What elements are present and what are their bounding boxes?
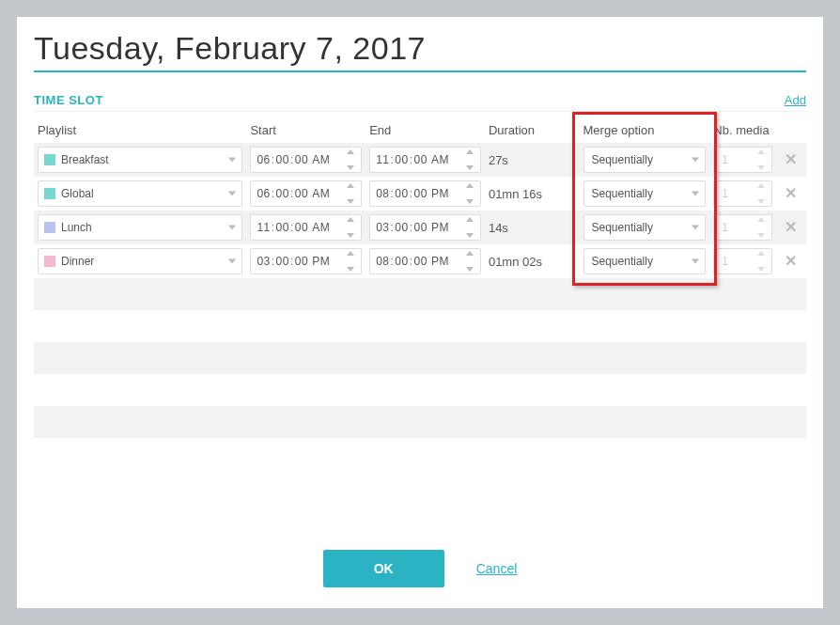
- chevron-down-icon: [228, 158, 236, 163]
- media-value: 1: [722, 221, 728, 234]
- spinner-icon[interactable]: [347, 183, 358, 204]
- merge-select[interactable]: Sequentially: [583, 214, 707, 241]
- empty-row: [34, 374, 806, 406]
- media-count-input[interactable]: 1: [713, 147, 771, 173]
- playlist-select[interactable]: Breakfast: [38, 147, 242, 173]
- duration-text: 14s: [489, 221, 508, 235]
- media-count-input[interactable]: 1: [713, 180, 771, 207]
- playlist-select[interactable]: Dinner: [38, 248, 242, 274]
- table-row: Breakfast 06: 00: 00 AM 11: 00: 00 AM 27…: [34, 143, 806, 177]
- spinner-icon[interactable]: [466, 183, 477, 204]
- spinner-icon[interactable]: [757, 251, 769, 272]
- delete-row-button[interactable]: ✕: [780, 220, 802, 235]
- col-header-merge: Merge option: [580, 117, 710, 143]
- start-time-input[interactable]: 06: 00: 00 AM: [250, 147, 362, 173]
- chevron-down-icon: [228, 192, 236, 196]
- media-count-input[interactable]: 1: [713, 214, 771, 241]
- playlist-select[interactable]: Global: [38, 180, 242, 207]
- merge-value: Sequentially: [592, 221, 653, 234]
- spinner-icon[interactable]: [347, 251, 358, 272]
- merge-value: Sequentially: [592, 187, 653, 200]
- ok-button[interactable]: OK: [323, 550, 444, 587]
- empty-row: [34, 310, 806, 342]
- add-link[interactable]: Add: [785, 93, 806, 107]
- chevron-down-icon: [692, 192, 699, 196]
- playlist-name: Dinner: [61, 255, 94, 268]
- playlist-name: Global: [61, 187, 94, 200]
- table-row: Dinner 03: 00: 00 PM 08: 00: 00 PM 01mn …: [34, 244, 806, 278]
- media-value: 1: [722, 255, 728, 268]
- playlist-select[interactable]: Lunch: [38, 214, 242, 241]
- dialog-footer: OK Cancel: [17, 550, 823, 587]
- playlist-color-swatch: [44, 256, 55, 267]
- playlist-name: Lunch: [61, 221, 92, 234]
- merge-select[interactable]: Sequentially: [583, 248, 707, 274]
- end-time-input[interactable]: 11: 00: 00 AM: [369, 147, 481, 173]
- chevron-down-icon: [692, 259, 699, 264]
- media-value: 1: [722, 187, 728, 200]
- start-time-input[interactable]: 03: 00: 00 PM: [250, 248, 362, 274]
- playlist-color-swatch: [44, 188, 55, 199]
- table-row: Lunch 11: 00: 00 AM 03: 00: 00 PM 14s Se…: [34, 211, 806, 244]
- dialog-panel: Tuesday, February 7, 2017 TIME SLOT Add …: [17, 17, 823, 608]
- spinner-icon[interactable]: [347, 149, 358, 170]
- merge-select[interactable]: Sequentially: [583, 180, 707, 207]
- col-header-start: Start: [246, 117, 366, 143]
- chevron-down-icon: [228, 226, 236, 230]
- end-time-input[interactable]: 03: 00: 00 PM: [369, 214, 481, 241]
- timeslot-table: Playlist Start End Duration Merge option…: [34, 117, 806, 438]
- spinner-icon[interactable]: [757, 149, 769, 170]
- spinner-icon[interactable]: [757, 217, 769, 238]
- section-label: TIME SLOT: [34, 93, 103, 107]
- spinner-icon[interactable]: [347, 217, 358, 238]
- title-divider: [34, 70, 806, 72]
- chevron-down-icon: [692, 158, 699, 163]
- chevron-down-icon: [692, 226, 699, 230]
- spinner-icon[interactable]: [466, 217, 477, 238]
- delete-row-button[interactable]: ✕: [780, 186, 802, 201]
- duration-text: 01mn 02s: [489, 255, 542, 269]
- duration-text: 01mn 16s: [489, 187, 542, 201]
- start-time-input[interactable]: 06: 00: 00 AM: [250, 180, 362, 207]
- col-header-duration: Duration: [485, 117, 580, 143]
- page-title: Tuesday, February 7, 2017: [34, 30, 806, 67]
- empty-row: [34, 406, 806, 438]
- merge-select[interactable]: Sequentially: [583, 147, 707, 173]
- end-time-input[interactable]: 08: 00: 00 PM: [369, 180, 481, 207]
- col-header-media: Nb. media: [709, 117, 775, 143]
- playlist-color-swatch: [44, 154, 55, 165]
- chevron-down-icon: [228, 259, 236, 264]
- merge-value: Sequentially: [592, 153, 653, 166]
- col-header-end: End: [366, 117, 485, 143]
- merge-value: Sequentially: [592, 255, 653, 268]
- end-time-input[interactable]: 08: 00: 00 PM: [369, 248, 481, 274]
- empty-row: [34, 278, 806, 310]
- empty-row: [34, 342, 806, 374]
- spinner-icon[interactable]: [466, 149, 477, 170]
- duration-text: 27s: [489, 153, 508, 167]
- media-count-input[interactable]: 1: [713, 248, 771, 274]
- delete-row-button[interactable]: ✕: [780, 254, 802, 269]
- media-value: 1: [722, 153, 728, 166]
- start-time-input[interactable]: 11: 00: 00 AM: [250, 214, 362, 241]
- spinner-icon[interactable]: [757, 183, 769, 204]
- section-header: TIME SLOT Add: [34, 93, 806, 112]
- cancel-link[interactable]: Cancel: [476, 561, 518, 576]
- delete-row-button[interactable]: ✕: [780, 152, 802, 167]
- spinner-icon[interactable]: [466, 251, 477, 272]
- playlist-color-swatch: [44, 222, 55, 233]
- table-row: Global 06: 00: 00 AM 08: 00: 00 PM 01mn …: [34, 177, 806, 211]
- playlist-name: Breakfast: [61, 153, 109, 166]
- table-header-row: Playlist Start End Duration Merge option…: [34, 117, 806, 143]
- col-header-playlist: Playlist: [34, 117, 246, 143]
